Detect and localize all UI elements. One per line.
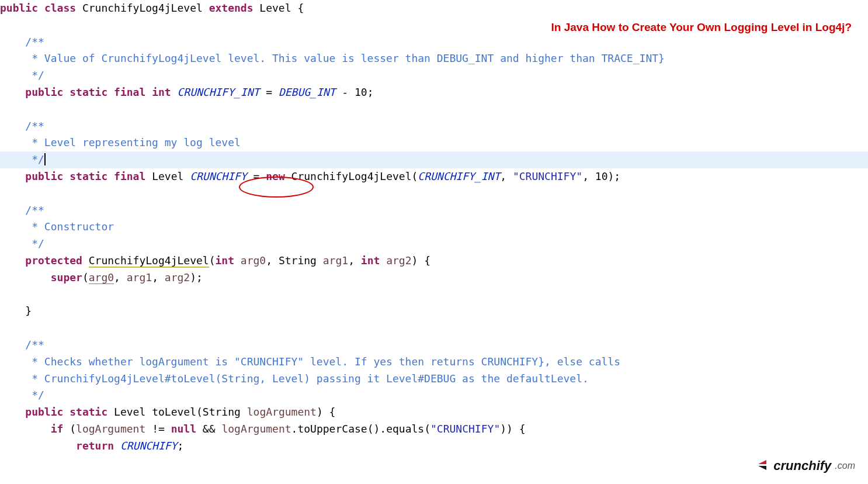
- comment-block: /** * Level representing my log level */: [0, 120, 868, 166]
- code-line: super(arg0, arg1, arg2);: [0, 271, 203, 284]
- comment-block: /** * Value of CrunchifyLog4jLevel level…: [0, 36, 665, 82]
- code-line: protected CrunchifyLog4jLevel(int arg0, …: [0, 254, 430, 268]
- code-line: public static final Level CRUNCHIFY = ne…: [0, 170, 620, 182]
- logo-tld: .com: [835, 458, 855, 473]
- code-line: public static final int CRUNCHIFY_INT = …: [0, 86, 374, 98]
- code-editor[interactable]: public class CrunchifyLog4jLevel extends…: [0, 0, 868, 455]
- comment-block: /** * Constructor */: [0, 204, 114, 250]
- code-line: }: [0, 305, 32, 317]
- crunchify-logo-icon: [755, 458, 770, 472]
- code-line: public class CrunchifyLog4jLevel extends…: [0, 2, 304, 14]
- code-line: if (logArgument != null && logArgument.t…: [0, 423, 526, 435]
- annotation-title: In Java How to Create Your Own Logging L…: [551, 19, 852, 36]
- crunchify-logo: crunchify.com: [755, 455, 855, 476]
- code-line: return CRUNCHIFY;: [0, 440, 183, 452]
- comment-block: /** * Checks whether logArgument is "CRU…: [0, 338, 620, 401]
- text-cursor: [44, 153, 46, 166]
- code-line: public static Level toLevel(String logAr…: [0, 406, 335, 418]
- logo-text: crunchify: [773, 455, 831, 476]
